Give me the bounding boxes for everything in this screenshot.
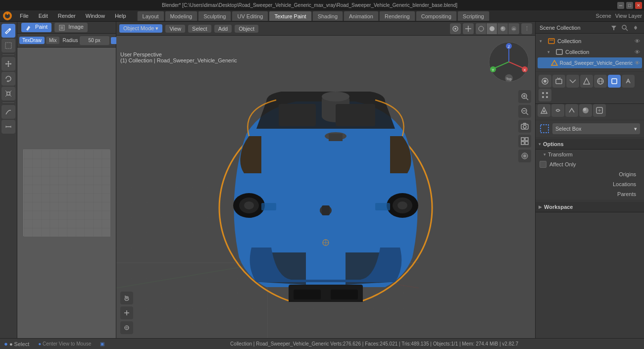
prop-material2-icon[interactable] xyxy=(593,104,606,117)
prop-object-icon[interactable] xyxy=(608,75,621,88)
grid-view-icon[interactable] xyxy=(518,135,531,148)
vp-gizmo-icon[interactable] xyxy=(463,23,474,34)
blender-logo[interactable] xyxy=(2,10,13,21)
locations-option[interactable]: Locations xyxy=(609,180,640,188)
tab-animation[interactable]: Animation xyxy=(344,11,379,21)
menu-render[interactable]: Render xyxy=(55,12,79,20)
blender-top: Blender* [C:\Users\dimax\Desktop\Road_Sw… xyxy=(0,0,644,22)
rotate-tool[interactable] xyxy=(1,72,15,86)
object-mode-btn[interactable]: Object Mode ▾ xyxy=(119,24,162,33)
select-box-tool[interactable] xyxy=(1,39,15,52)
render-icon[interactable] xyxy=(518,150,531,162)
view-layer-label: View Layer xyxy=(615,13,642,19)
collection2-eye[interactable]: 👁 xyxy=(635,49,640,55)
vp-view-btn[interactable]: View xyxy=(165,25,185,33)
menu-edit[interactable]: Edit xyxy=(36,12,51,20)
svg-point-95 xyxy=(543,110,545,112)
options-section-header[interactable]: ▾ Options xyxy=(536,139,644,150)
svg-point-93 xyxy=(542,96,544,98)
tab-texture-paint[interactable]: Texture Paint xyxy=(269,11,311,21)
tab-scripting[interactable]: Scripting xyxy=(457,11,490,21)
tab-modeling[interactable]: Modeling xyxy=(165,11,198,21)
minimize-button[interactable]: ─ xyxy=(617,2,624,9)
menu-window[interactable]: Window xyxy=(83,12,108,20)
prop-constraints-icon[interactable] xyxy=(551,104,564,117)
vp-overlay-icon[interactable] xyxy=(450,23,461,34)
status-select-hint: ● ● Select xyxy=(4,340,29,348)
measure-tool[interactable] xyxy=(1,120,15,134)
viewport-3d-area[interactable]: User Perspective (1) Collection | Road_S… xyxy=(116,36,535,338)
select-box-dropdown[interactable]: Select Box ▾ xyxy=(552,123,640,134)
road-sweeper-text: Road_Sweeper_Vehicle_Generic xyxy=(560,60,633,66)
rendered-btn[interactable] xyxy=(508,23,519,34)
prop-world-icon[interactable] xyxy=(594,75,607,88)
tab-uv-editing[interactable]: UV Editing xyxy=(232,11,268,21)
road-sweeper-row[interactable]: Road_Sweeper_Vehicle_Generic 👁 xyxy=(538,57,642,68)
prop-particle-icon[interactable] xyxy=(539,89,551,101)
prop-output-icon[interactable] xyxy=(552,75,565,88)
parents-option[interactable]: Parents xyxy=(613,190,640,198)
rp-search-icon[interactable] xyxy=(620,23,629,32)
brush-draw-btn[interactable]: TexDraw xyxy=(19,37,45,44)
vp-add-btn[interactable]: Add xyxy=(214,25,232,33)
orbit-icon[interactable] xyxy=(120,321,133,334)
tab-shading[interactable]: Shading xyxy=(312,11,343,21)
tab-rendering[interactable]: Rendering xyxy=(379,11,415,21)
grab-icon[interactable] xyxy=(120,292,133,304)
close-button[interactable]: ✕ xyxy=(635,2,642,9)
camera-icon[interactable] xyxy=(518,120,531,133)
menu-help[interactable]: Help xyxy=(112,12,129,20)
wireframe-btn[interactable] xyxy=(476,23,487,34)
affect-only-checkbox[interactable] xyxy=(540,161,546,168)
rp-divider-1 xyxy=(536,71,644,72)
vp-options-btn[interactable]: ⋮ xyxy=(521,23,532,34)
rp-visibility-icon[interactable] xyxy=(631,23,640,32)
zoom-icon[interactable] xyxy=(518,90,531,103)
scale-tool[interactable] xyxy=(1,87,15,100)
svg-point-77 xyxy=(635,27,637,28)
menu-file[interactable]: File xyxy=(17,12,32,20)
rp-header-icons xyxy=(609,23,640,32)
tool-separator-1 xyxy=(2,54,14,55)
paint-mode-button[interactable]: Paint xyxy=(21,23,51,32)
radius-input[interactable]: 50 px xyxy=(80,36,109,45)
pan-icon[interactable] xyxy=(120,306,133,319)
vp-select-btn[interactable]: Select xyxy=(188,25,211,33)
vp-object-btn[interactable]: Object xyxy=(235,25,258,33)
svg-rect-99 xyxy=(541,125,548,133)
vehicle-model xyxy=(207,59,445,302)
options-arrow: ▾ xyxy=(539,142,541,147)
mesh-icon xyxy=(551,59,558,67)
material-btn[interactable] xyxy=(497,23,508,34)
sweeper-eye[interactable]: 👁 xyxy=(635,60,640,66)
svg-rect-84 xyxy=(556,79,562,84)
rp-divider-3 xyxy=(536,137,644,138)
workspace-section-header[interactable]: ▶ Workspace xyxy=(536,201,644,212)
annotate-tool[interactable] xyxy=(1,105,15,119)
collection-row[interactable]: ▾ Collection 👁 xyxy=(538,47,642,57)
zoom-out-icon[interactable] xyxy=(518,105,531,118)
prop-view-icon[interactable] xyxy=(566,75,579,88)
navigation-gizmo[interactable]: Z X Y Top xyxy=(487,40,531,85)
rp-filter-icon[interactable] xyxy=(609,23,618,32)
move-tool[interactable] xyxy=(1,57,15,71)
prop-scene-icon[interactable] xyxy=(580,75,593,88)
collection-eye[interactable]: 👁 xyxy=(635,38,640,44)
prop-modifier-icon[interactable] xyxy=(622,75,635,88)
prop-physics-icon[interactable] xyxy=(538,104,550,117)
prop-data-icon[interactable] xyxy=(565,104,578,117)
svg-point-35 xyxy=(244,201,254,209)
solid-btn[interactable] xyxy=(487,23,497,34)
tab-sculpting[interactable]: Sculpting xyxy=(198,11,231,21)
view-mode-button[interactable]: Image xyxy=(54,23,88,32)
draw-tool-button[interactable] xyxy=(1,24,15,38)
brush-mix-btn[interactable]: Mix xyxy=(46,37,60,44)
prop-render-icon[interactable] xyxy=(539,75,551,88)
prop-material-icon[interactable] xyxy=(579,104,592,117)
origins-option[interactable]: Origins xyxy=(615,170,640,178)
transform-subsection[interactable]: ▾ Transform xyxy=(536,150,644,159)
tab-compositing[interactable]: Compositing xyxy=(416,11,457,21)
tab-layout[interactable]: Layout xyxy=(137,11,164,21)
maximize-button[interactable]: □ xyxy=(626,2,633,9)
scene-collection-row[interactable]: ▾ Collection 👁 xyxy=(538,36,642,47)
